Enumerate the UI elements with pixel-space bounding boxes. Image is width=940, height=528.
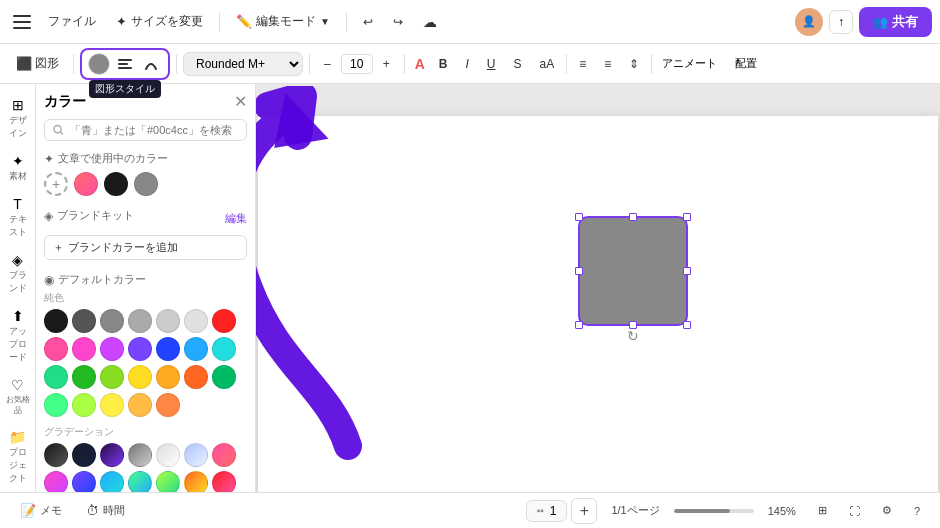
sidebar-item-projects[interactable]: 📁 プロジェクト bbox=[1, 424, 35, 491]
solid-color-swatch[interactable] bbox=[212, 365, 236, 389]
sidebar-item-upload[interactable]: ⬆ アップロード bbox=[1, 303, 35, 370]
solid-color-swatch[interactable] bbox=[184, 309, 208, 333]
solid-color-swatch[interactable] bbox=[72, 337, 96, 361]
sidebar-item-text[interactable]: T テキスト bbox=[1, 191, 35, 245]
font-size-plus[interactable]: + bbox=[375, 53, 398, 75]
list-button[interactable]: ≡ bbox=[596, 53, 619, 75]
handle-tr[interactable] bbox=[683, 213, 691, 221]
edit-mode-button[interactable]: ✏️ 編集モード ▼ bbox=[228, 9, 338, 34]
solid-color-swatch[interactable] bbox=[184, 337, 208, 361]
position-button[interactable]: 配置 bbox=[729, 53, 763, 74]
solid-color-swatch[interactable] bbox=[100, 309, 124, 333]
shape-button[interactable]: ⬛ 図形 bbox=[8, 51, 67, 76]
strikethrough-button[interactable]: S bbox=[506, 53, 530, 75]
add-color-button[interactable]: + bbox=[44, 172, 68, 196]
add-page-button[interactable]: + bbox=[571, 498, 597, 524]
solid-color-swatch[interactable] bbox=[72, 393, 96, 417]
user-avatar[interactable]: 👤 bbox=[795, 8, 823, 36]
font-color-button[interactable]: A bbox=[411, 54, 429, 74]
style-curve-icon[interactable] bbox=[140, 55, 162, 73]
gradient-color-swatch[interactable] bbox=[156, 443, 180, 467]
resize-button[interactable]: ✦ サイズを変更 bbox=[108, 9, 211, 34]
page-box[interactable]: ▪▪ 1 bbox=[526, 500, 568, 522]
gradient-color-swatch[interactable] bbox=[72, 443, 96, 467]
solid-color-swatch[interactable] bbox=[72, 365, 96, 389]
cloud-button[interactable]: ☁ bbox=[415, 10, 445, 34]
font-size-control: – + bbox=[316, 53, 398, 75]
share-options[interactable]: ↑ bbox=[829, 10, 853, 34]
case-button[interactable]: aA bbox=[532, 53, 563, 75]
solid-color-swatch[interactable] bbox=[156, 365, 180, 389]
svg-rect-1 bbox=[13, 21, 31, 23]
canvas-area[interactable]: ↻ bbox=[256, 84, 940, 528]
brand-add-button[interactable]: ＋ ブランドカラーを追加 bbox=[44, 235, 247, 260]
solid-color-swatch[interactable] bbox=[212, 309, 236, 333]
handle-ml[interactable] bbox=[575, 267, 583, 275]
solid-color-swatch[interactable] bbox=[44, 309, 68, 333]
animate-button[interactable]: アニメート bbox=[656, 53, 723, 74]
color-panel-close[interactable]: ✕ bbox=[234, 92, 247, 111]
memo-button[interactable]: 📝 メモ bbox=[12, 500, 70, 521]
doc-color-1[interactable] bbox=[74, 172, 98, 196]
solid-color-swatch[interactable] bbox=[156, 309, 180, 333]
grid-button[interactable]: ⊞ bbox=[810, 501, 835, 520]
gradient-color-swatch[interactable] bbox=[44, 443, 68, 467]
font-size-input[interactable] bbox=[341, 54, 373, 74]
gradient-color-swatch[interactable] bbox=[184, 443, 208, 467]
solid-color-swatch[interactable] bbox=[100, 393, 124, 417]
solid-color-swatch[interactable] bbox=[156, 337, 180, 361]
handle-tl[interactable] bbox=[575, 213, 583, 221]
spacing-button[interactable]: ⇕ bbox=[621, 53, 647, 75]
solid-color-swatch[interactable] bbox=[128, 365, 152, 389]
share-button[interactable]: 👥 共有 bbox=[859, 7, 932, 37]
color-search-input[interactable] bbox=[70, 124, 238, 136]
default-colors-title: ◉ デフォルトカラー bbox=[44, 272, 247, 287]
doc-color-3[interactable] bbox=[134, 172, 158, 196]
bold-button[interactable]: B bbox=[431, 53, 456, 75]
solid-color-swatch[interactable] bbox=[44, 365, 68, 389]
gradient-color-swatch[interactable] bbox=[100, 443, 124, 467]
undo-button[interactable]: ↩ bbox=[355, 11, 381, 33]
rotate-handle[interactable]: ↻ bbox=[627, 328, 639, 344]
solid-color-swatch[interactable] bbox=[212, 337, 236, 361]
sidebar-item-favorites[interactable]: ♡ お気格品 bbox=[1, 372, 35, 422]
sidebar-item-brand[interactable]: ◈ ブランド bbox=[1, 247, 35, 301]
solid-color-swatch[interactable] bbox=[44, 337, 68, 361]
zoom-slider[interactable] bbox=[674, 509, 754, 513]
solid-color-swatch[interactable] bbox=[44, 393, 68, 417]
font-size-minus[interactable]: – bbox=[316, 53, 339, 75]
gradient-color-swatch[interactable] bbox=[212, 443, 236, 467]
selected-shape[interactable]: ↻ bbox=[578, 216, 688, 326]
text-align-icon[interactable] bbox=[114, 55, 136, 73]
solid-color-swatch[interactable] bbox=[128, 393, 152, 417]
solid-color-swatch[interactable] bbox=[100, 365, 124, 389]
zoom-level: 145% bbox=[760, 502, 804, 520]
font-selector[interactable]: Rounded M+ bbox=[183, 52, 303, 76]
solid-color-swatch[interactable] bbox=[128, 337, 152, 361]
gradient-color-swatch[interactable] bbox=[128, 443, 152, 467]
underline-button[interactable]: U bbox=[479, 53, 504, 75]
handle-br[interactable] bbox=[683, 321, 691, 329]
redo-button[interactable]: ↪ bbox=[385, 11, 411, 33]
color-swatch[interactable] bbox=[88, 53, 110, 75]
solid-color-swatch[interactable] bbox=[184, 365, 208, 389]
align-button[interactable]: ≡ bbox=[571, 53, 594, 75]
fullscreen-button[interactable]: ⛶ bbox=[841, 502, 868, 520]
settings-button[interactable]: ⚙ bbox=[874, 501, 900, 520]
doc-color-2[interactable] bbox=[104, 172, 128, 196]
handle-mr[interactable] bbox=[683, 267, 691, 275]
handle-tm[interactable] bbox=[629, 213, 637, 221]
time-button[interactable]: ⏱ 時間 bbox=[78, 500, 133, 521]
sidebar-item-design[interactable]: ⊞ デザイン bbox=[1, 92, 35, 146]
solid-color-swatch[interactable] bbox=[156, 393, 180, 417]
solid-color-swatch[interactable] bbox=[72, 309, 96, 333]
file-menu[interactable]: ファイル bbox=[40, 9, 104, 34]
sidebar-item-material[interactable]: ✦ 素材 bbox=[1, 148, 35, 189]
solid-color-swatch[interactable] bbox=[100, 337, 124, 361]
brand-edit-button[interactable]: 編集 bbox=[225, 211, 247, 226]
italic-button[interactable]: I bbox=[458, 53, 477, 75]
help-button[interactable]: ? bbox=[906, 502, 928, 520]
handle-bl[interactable] bbox=[575, 321, 583, 329]
menu-button[interactable] bbox=[8, 8, 36, 36]
solid-color-swatch[interactable] bbox=[128, 309, 152, 333]
